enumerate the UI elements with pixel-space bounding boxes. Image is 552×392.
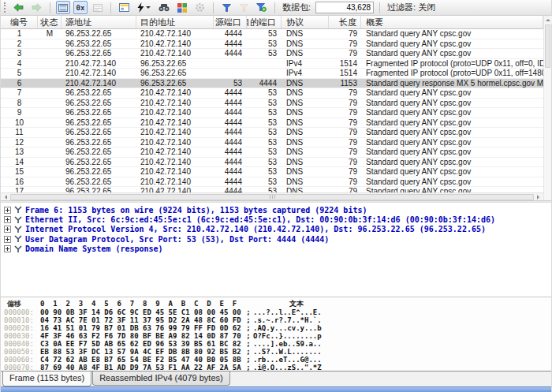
- cell-no: 17: [1, 187, 38, 192]
- cell-source: 210.42.72.140: [62, 59, 136, 69]
- cell-src-port: 4444: [214, 177, 247, 187]
- packet-row[interactable]: 16 96.253.22.65 210.42.72.140 4444 53 DN…: [1, 177, 543, 188]
- hex-bytes: 87 69 40 A8 4F B1 AD D9 7A 53 F1 AA 22 A…: [40, 364, 244, 371]
- filter-clear-button[interactable]: [237, 1, 251, 14]
- hex-view-toggle-button[interactable]: 0x: [73, 1, 88, 14]
- packet-row[interactable]: 4 210.42.72.140 96.253.22.65 IPv4 1514 F…: [1, 59, 543, 69]
- cell-dest: 96.253.22.65: [136, 69, 214, 78]
- cell-length: 79: [329, 158, 361, 167]
- packet-row[interactable]: 10 96.253.22.65 210.42.72.140 4444 53 DN…: [1, 118, 543, 129]
- horizontal-scroll-thumb[interactable]: [10, 194, 534, 200]
- column-header-src-port[interactable]: 源端口: [214, 16, 247, 28]
- cell-src-port: 4444: [214, 99, 247, 108]
- column-header-dst-port[interactable]: 目的端口: [247, 16, 282, 28]
- cell-length: 79: [329, 108, 361, 118]
- panel-button[interactable]: [117, 1, 132, 14]
- hex-bytes: 4F 3F 46 63 F2 F6 7D 80 BF BE A9 82 14 0…: [40, 332, 244, 340]
- hex-row[interactable]: 000010: 04 73 AC 7E 01 72 3F 11 37 95 D2…: [4, 316, 551, 324]
- bottom-tab[interactable]: Reassembled IPv4 (4079 bytes): [92, 371, 230, 386]
- cell-protocol: DNS: [282, 108, 329, 118]
- tree-item[interactable]: Internet Protocol Version 4, Src: 210.42…: [4, 225, 551, 234]
- cell-no: 5: [1, 69, 38, 78]
- filter-add-button[interactable]: [254, 1, 269, 14]
- expand-plus-icon[interactable]: [4, 207, 11, 214]
- column-header-dest[interactable]: 目的地址: [136, 16, 214, 28]
- cell-src-port: 4444: [214, 187, 247, 192]
- packet-row[interactable]: 8 96.253.22.65 210.42.72.140 4444 53 DNS…: [1, 99, 543, 109]
- cell-length: 79: [329, 167, 361, 177]
- scroll-up-button[interactable]: [544, 16, 552, 24]
- tree-item[interactable]: Domain Name System (response): [4, 245, 551, 254]
- vertical-scrollbar[interactable]: [543, 16, 551, 200]
- window-bottom-frame: [1, 386, 551, 392]
- column-header-length[interactable]: 长度: [329, 16, 361, 28]
- packet-row[interactable]: 13 96.253.22.65 210.42.72.140 4444 53 DN…: [1, 147, 543, 158]
- cell-source: 96.253.22.65: [62, 147, 136, 157]
- toolbar-grip[interactable]: [4, 2, 6, 13]
- detail-pane-toggle-button[interactable]: [91, 1, 105, 14]
- packet-rows: 1 M 96.253.22.65 210.42.72.140 4444 53 D…: [1, 29, 543, 192]
- packet-row[interactable]: 5 210.42.72.140 96.253.22.65 IPv4 1514 F…: [1, 69, 543, 79]
- scroll-left-button[interactable]: [1, 193, 9, 201]
- packet-count-field[interactable]: [315, 2, 374, 13]
- hex-row[interactable]: 000050: EB 88 53 3F DC 13 57 9A 4C EF DB…: [4, 348, 551, 356]
- cell-source: 96.253.22.65: [62, 29, 136, 39]
- forward-arrow-icon: [32, 3, 42, 12]
- cell-no: 10: [1, 118, 38, 128]
- packet-row[interactable]: 11 96.253.22.65 210.42.72.140 4444 53 DN…: [1, 128, 543, 138]
- packet-row[interactable]: 2 96.253.22.65 210.42.72.140 4444 53 DNS…: [1, 39, 543, 50]
- matrix-view-button[interactable]: [175, 1, 189, 14]
- column-header-source[interactable]: 源地址: [62, 16, 136, 28]
- cell-summary: Standard query ANY cpsc.gov: [361, 177, 543, 187]
- expand-plus-icon[interactable]: [4, 226, 11, 233]
- packet-row[interactable]: 1 M 96.253.22.65 210.42.72.140 4444 53 D…: [1, 29, 543, 39]
- packet-row[interactable]: 3 96.253.22.65 210.42.72.140 4444 53 DNS…: [1, 49, 543, 59]
- forward-button[interactable]: [29, 1, 44, 14]
- back-button[interactable]: [11, 1, 26, 14]
- column-header-no[interactable]: 编号: [1, 16, 38, 28]
- hex-row[interactable]: 000030: 4F 3F 46 63 F2 F6 7D 80 BF BE A9…: [4, 332, 551, 340]
- column-header-status[interactable]: 状态: [38, 16, 62, 28]
- tree-item[interactable]: Ethernet II, Src: 6c:9c:ed:45:5e:c1 (6c:…: [4, 215, 551, 224]
- color-matrix-icon: [177, 3, 187, 13]
- expand-plus-icon[interactable]: [4, 236, 11, 243]
- column-header-protocol[interactable]: 协议: [282, 16, 329, 28]
- tree-item[interactable]: User Datagram Protocol, Src Port: 53 (53…: [4, 234, 551, 244]
- scroll-left-icon: [2, 195, 7, 200]
- detail-pane-icon: [93, 4, 103, 12]
- packet-row[interactable]: 6 210.42.72.140 96.253.22.65 53 4444 DNS…: [1, 79, 543, 89]
- packet-list-toggle-button[interactable]: [56, 1, 70, 14]
- settings-button[interactable]: [192, 1, 207, 14]
- hex-row[interactable]: 000040: C3 0A EE F7 5D AB 65 62 ED 96 53…: [4, 340, 551, 348]
- hex-row[interactable]: 000060: C4 72 62 AB E8 B7 65 54 BE F2 B5…: [4, 356, 551, 364]
- hex-row[interactable]: 000070: 87 69 40 A8 4F B1 AD D9 7A 53 F1…: [4, 364, 551, 371]
- cell-protocol: DNS: [282, 147, 329, 157]
- auto-capture-button[interactable]: [135, 1, 153, 14]
- window-panel-icon: [119, 3, 129, 12]
- packet-row[interactable]: 15 96.253.22.65 210.42.72.140 4444 53 DN…: [1, 167, 543, 177]
- hex-separator: ;: [244, 348, 253, 356]
- hex-ascii: ..S?..W.L.......: [253, 348, 340, 356]
- find-button[interactable]: [156, 1, 172, 14]
- horizontal-scrollbar[interactable]: [1, 192, 543, 200]
- scroll-right-button[interactable]: [535, 193, 543, 201]
- tree-item[interactable]: Frame 6: 1153 bytes on wire (9224 bits),…: [4, 205, 551, 215]
- packet-row[interactable]: 17 96.253.22.65 210.42.72.140 4444 53 DN…: [1, 187, 543, 192]
- cell-no: 16: [1, 177, 38, 187]
- bottom-tab[interactable]: Frame (1153 bytes): [2, 371, 91, 386]
- packet-row[interactable]: 12 96.253.22.65 210.42.72.140 4444 53 DN…: [1, 138, 543, 148]
- expand-plus-icon[interactable]: [4, 216, 11, 223]
- packet-row[interactable]: 9 96.253.22.65 210.42.72.140 4444 53 DNS…: [1, 108, 543, 118]
- cell-protocol: DNS: [282, 138, 329, 147]
- packet-row[interactable]: 7 96.253.22.65 210.42.72.140 4444 53 DNS…: [1, 88, 543, 99]
- dropdown-caret-icon: [146, 6, 151, 11]
- vertical-scroll-thumb[interactable]: [545, 24, 550, 68]
- hex-row[interactable]: 000020: 16 41 51 01 79 B7 01 DB 63 76 99…: [4, 324, 551, 332]
- cell-src-port: 4444: [214, 147, 247, 157]
- cell-source: 96.253.22.65: [62, 118, 136, 128]
- column-header-summary[interactable]: 概要: [361, 16, 543, 28]
- filter-button[interactable]: [219, 1, 233, 14]
- packet-row[interactable]: 14 96.253.22.65 210.42.72.140 4444 53 DN…: [1, 158, 543, 168]
- expand-plus-icon[interactable]: [4, 245, 11, 252]
- hex-row[interactable]: 000000: 00 90 0B 3F 14 D6 6C 9C ED 45 5E…: [4, 308, 551, 316]
